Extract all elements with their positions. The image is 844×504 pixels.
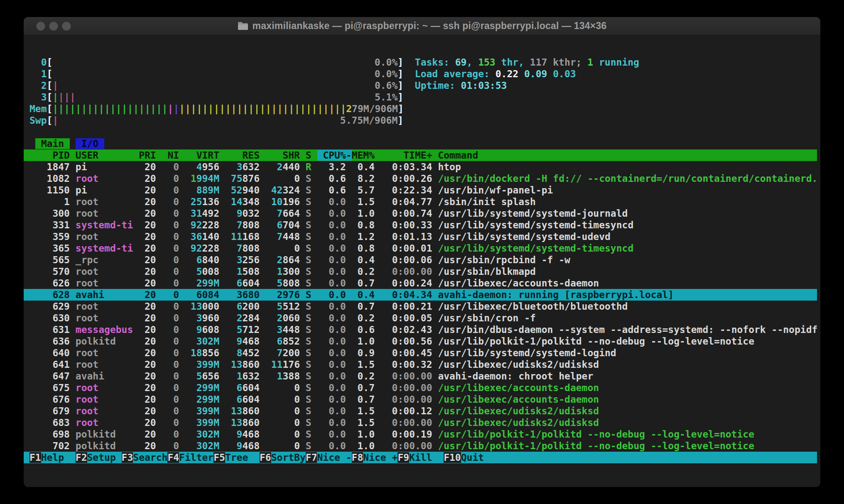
fn-filter[interactable]: F4Filter	[167, 452, 213, 463]
cell-cpu: 0.0	[317, 406, 346, 416]
cell-pri: 20	[139, 359, 156, 370]
column-header-mem[interactable]: MEM%	[352, 150, 375, 161]
process-row[interactable]: 675 root 20 0 299M 6604 0 S 0.0 0.7 0:00…	[24, 382, 817, 394]
fn-nice[interactable]: F8Nice +	[352, 452, 398, 463]
cell-user: root	[76, 394, 133, 405]
column-header-virt[interactable]: VIRT	[185, 150, 219, 161]
cell-res: 348	[242, 196, 260, 207]
meter-open-bracket: [	[47, 92, 53, 103]
cell-cpu: 0.0	[317, 220, 346, 230]
column-header-s[interactable]: S	[306, 150, 312, 161]
close-button[interactable]	[36, 22, 45, 31]
process-row[interactable]: 630 root 20 0 3960 2284 2060 S 0.0 0.2 0…	[24, 312, 817, 324]
tab-main[interactable]: Main	[35, 138, 70, 149]
cell-pid: 1150	[29, 185, 70, 196]
cell-command: /usr/sbin/rpcbind -f -w	[438, 254, 570, 265]
swp-meter-label: Swp	[29, 115, 47, 126]
cell-time: 0:00.01	[380, 243, 432, 254]
fn-quit[interactable]: F10Quit	[444, 452, 496, 463]
process-row[interactable]: 331 systemd-ti 20 0 92228 7808 6704 S 0.…	[24, 219, 817, 231]
process-row[interactable]: 570 root 20 0 5008 1508 1300 S 0.0 0.2 0…	[24, 266, 817, 277]
cell-cpu: 0.0	[317, 301, 346, 312]
cell-ni: 0	[162, 220, 179, 230]
cell-virt: 084	[202, 289, 220, 300]
cell-virt: 140	[202, 231, 220, 242]
cell-shr: 200	[282, 347, 300, 358]
fn-tree[interactable]: F5Tree	[213, 452, 260, 463]
cell-shr: 5	[277, 301, 283, 312]
cell-res: 808	[242, 220, 260, 230]
meter-bar: |	[104, 103, 110, 114]
cell-res: 452	[242, 347, 260, 358]
cell-cpu: 0.0	[317, 417, 346, 428]
zoom-button[interactable]	[62, 22, 71, 31]
process-row[interactable]: 698 polkitd 20 0 302M 9468 0 S 0.0 1.0 0…	[24, 428, 817, 440]
cell-state: S	[306, 406, 312, 416]
cell-user: root	[76, 313, 133, 323]
process-row[interactable]: 365 systemd-ti 20 0 92228 7808 0 S 0.0 0…	[24, 242, 817, 254]
process-row[interactable]: 300 root 20 0 31492 9032 7664 S 0.0 1.0 …	[24, 208, 817, 219]
meter-bar: |	[128, 103, 133, 114]
process-row[interactable]: 683 root 20 0 399M 13860 0 S 0.0 1.5 0:0…	[24, 417, 817, 428]
fn-nice[interactable]: F7Nice -	[306, 452, 352, 463]
process-row[interactable]: 1082 root 20 0 1994M 75876 0 S 0.6 8.2 0…	[24, 173, 817, 184]
column-header-res[interactable]: RES	[225, 150, 260, 161]
cell-ni: 0	[162, 336, 179, 347]
cell-cpu: 0.0	[317, 266, 346, 277]
column-header-command[interactable]: Command	[438, 150, 478, 161]
cell-res: 256	[242, 254, 260, 265]
process-row[interactable]: 636 polkitd 20 0 302M 9468 6852 S 0.0 1.…	[24, 335, 817, 347]
process-row[interactable]: 626 root 20 0 299M 6604 5808 S 0.0 0.7 0…	[24, 277, 817, 289]
cell-command: /usr/lib/polkit-1/polkitd --no-debug --l…	[438, 336, 754, 347]
column-header-ni[interactable]: NI	[162, 150, 179, 161]
process-row[interactable]: 359 root 20 0 36140 11168 7448 S 0.0 1.2…	[24, 231, 817, 242]
cell-shr: 060	[282, 313, 300, 323]
column-header-user[interactable]: USER	[76, 150, 133, 161]
cell-pid: 647	[29, 371, 70, 382]
cell-pri: 20	[139, 336, 156, 347]
process-row[interactable]: 702 polkitd 20 0 302M 9468 0 S 0.0 1.0 0…	[24, 440, 817, 452]
process-row[interactable]: 565 _rpc 20 0 6840 3256 2864 S 0.0 0.4 0…	[24, 254, 817, 266]
cell-command: /usr/bin/dbus-daemon --system --address=…	[438, 324, 817, 335]
cell-command: /usr/libexec/udisks2/udisksd	[438, 359, 599, 370]
cell-user: systemd-ti	[76, 220, 133, 230]
process-row[interactable]: 1 root 20 0 25136 14348 10196 S 0.0 1.5 …	[24, 196, 817, 208]
process-row[interactable]: 676 root 20 0 299M 6604 0 S 0.0 0.7 0:00…	[24, 394, 817, 405]
window-titlebar[interactable]: maximiliankaske — pi@raspberrypi: ~ — ss…	[24, 17, 820, 35]
fn-setup[interactable]: F2Setup	[76, 452, 122, 463]
meter-close-bracket: ]	[398, 103, 404, 114]
mem-meter-label: Mem	[29, 103, 47, 114]
fn-sortby[interactable]: F6SortBy	[260, 452, 306, 463]
process-row[interactable]: 1847 pi 20 0 4956 3632 2440 R 3.2 0.4 0:…	[24, 161, 817, 173]
cell-virt: 5	[196, 266, 202, 277]
process-row[interactable]: 628 avahi 20 0 6084 3680 2976 S 0.0 0.4 …	[24, 289, 817, 301]
fn-help[interactable]: F1Help	[29, 452, 76, 463]
process-row[interactable]: 641 root 20 0 399M 13860 11176 S 0.0 1.5…	[24, 359, 817, 370]
fn-kill[interactable]: F9Kill	[397, 452, 444, 463]
fn-search[interactable]: F3Search	[122, 452, 168, 463]
meter-bar: |	[191, 103, 196, 114]
cell-res: 712	[242, 324, 260, 335]
meter-bar: |	[185, 103, 191, 114]
cell-user: polkitd	[76, 440, 133, 451]
fn-key-label: F6	[260, 452, 271, 463]
column-header-pri[interactable]: PRI	[139, 150, 156, 161]
column-header-pid[interactable]: PID	[29, 150, 70, 161]
cell-state: S	[306, 394, 312, 405]
process-row[interactable]: 679 root 20 0 399M 13860 0 S 0.0 1.5 0:0…	[24, 405, 817, 417]
process-row[interactable]: 640 root 20 0 18856 8452 7200 S 0.0 0.9 …	[24, 347, 817, 359]
process-row[interactable]: 1150 pi 20 0 889M 52940 42324 S 0.6 5.7 …	[24, 184, 817, 196]
meter-bar: |	[52, 80, 58, 91]
column-header-cpu-sorted[interactable]: CPU%-	[317, 150, 352, 161]
process-row[interactable]: 647 avahi 20 0 5656 1632 1388 S 0.0 0.2 …	[24, 370, 817, 382]
cell-time: 0:00.00	[380, 371, 432, 382]
tab-io[interactable]: I/O	[76, 138, 104, 149]
process-row[interactable]: 631 messagebus 20 0 9608 5712 3448 S 0.0…	[24, 324, 817, 335]
cpu-meter-3: 3[|||| 5.1%]	[24, 91, 817, 103]
tasks-summary: Tasks: 69, 153 thr, 117 kthr; 1 running	[415, 57, 639, 68]
column-header-time[interactable]: TIME+	[380, 150, 432, 161]
column-header-shr[interactable]: SHR	[265, 150, 300, 161]
cell-time: 0:00.45	[380, 347, 432, 358]
minimize-button[interactable]	[49, 22, 58, 31]
process-row[interactable]: 629 root 20 0 13000 6200 5512 S 0.0 0.7 …	[24, 301, 817, 312]
